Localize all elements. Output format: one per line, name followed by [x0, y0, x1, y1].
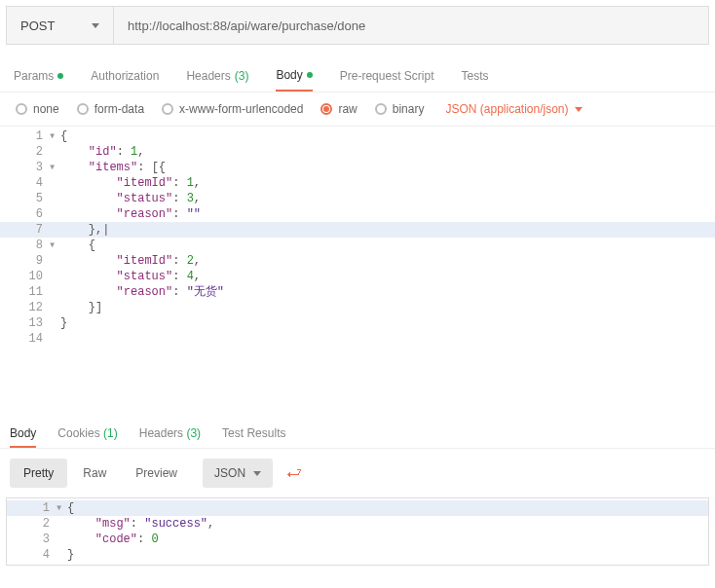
code-content: "msg": "success",	[67, 516, 708, 532]
fold-toggle-icon	[56, 516, 67, 532]
http-method-value: POST	[20, 18, 55, 33]
code-content: "items": [{	[60, 160, 715, 175]
line-number: 1	[7, 500, 56, 516]
tab-body[interactable]: Body	[276, 68, 312, 92]
url-text: http://localhost:88/api/ware/purchase/do…	[128, 18, 365, 33]
response-view-pretty[interactable]: Pretty	[10, 459, 67, 488]
body-type-none-label: none	[33, 102, 59, 116]
request-body-editor[interactable]: 1▾{2 "id": 1,3▾ "items": [{4 "itemId": 1…	[0, 127, 715, 409]
body-type-xwww-label: x-www-form-urlencoded	[179, 102, 303, 116]
response-view-preview-label: Preview	[135, 466, 177, 480]
body-type-none[interactable]: none	[16, 102, 59, 116]
fold-toggle-icon[interactable]: ▾	[49, 160, 60, 175]
tab-authorization[interactable]: Authorization	[91, 68, 159, 92]
response-tab-headers[interactable]: Headers (3)	[139, 426, 201, 448]
body-type-options: none form-data x-www-form-urlencoded raw…	[0, 92, 715, 127]
request-tabs: Params Authorization Headers (3) Body Pr…	[0, 45, 715, 92]
response-body-editor[interactable]: 1▾{2 "msg": "success",3 "code": 04}	[6, 497, 709, 566]
code-content: }]	[60, 300, 715, 315]
body-type-raw-label: raw	[338, 102, 357, 116]
code-content	[60, 331, 715, 347]
response-tab-cookies-label: Cookies	[57, 426, 99, 440]
fold-toggle-icon	[49, 175, 60, 191]
code-line: 4}	[7, 547, 708, 563]
tab-prerequest[interactable]: Pre-request Script	[340, 68, 434, 92]
code-line: 13}	[0, 315, 715, 331]
response-format-dropdown[interactable]: JSON	[203, 459, 273, 488]
line-number: 1	[0, 129, 49, 144]
response-view-pretty-label: Pretty	[23, 466, 54, 480]
tab-params[interactable]: Params	[14, 68, 63, 92]
response-tab-body[interactable]: Body	[10, 426, 36, 448]
fold-toggle-icon	[49, 331, 60, 347]
line-number: 3	[0, 160, 49, 175]
content-type-label: JSON (application/json)	[445, 102, 568, 116]
body-type-binary[interactable]: binary	[375, 102, 425, 116]
line-number: 8	[0, 238, 49, 253]
code-line: 1▾{	[0, 129, 715, 144]
url-input[interactable]: http://localhost:88/api/ware/purchase/do…	[114, 7, 708, 44]
fold-toggle-icon[interactable]: ▾	[56, 500, 67, 516]
chevron-down-icon	[253, 471, 261, 476]
fold-toggle-icon[interactable]: ▾	[49, 238, 60, 253]
response-view-preview[interactable]: Preview	[122, 459, 191, 488]
code-line: 9 "itemId": 2,	[0, 253, 715, 269]
request-url-bar: POST http://localhost:88/api/ware/purcha…	[6, 6, 709, 45]
wrap-lines-icon[interactable]: ⮐	[286, 464, 302, 482]
code-line: 3 "code": 0	[7, 532, 708, 547]
code-line: 8▾ {	[0, 238, 715, 253]
code-line: 1▾{	[7, 500, 708, 516]
code-content: {	[60, 238, 715, 253]
line-number: 2	[0, 144, 49, 160]
line-number: 3	[7, 532, 56, 547]
line-number: 12	[0, 300, 49, 315]
body-indicator-dot	[307, 72, 313, 78]
fold-toggle-icon	[49, 315, 60, 331]
response-tab-tests-label: Test Results	[222, 426, 285, 440]
radio-icon	[16, 103, 27, 115]
fold-toggle-icon	[49, 191, 60, 206]
response-tabs: Body Cookies (1) Headers (3) Test Result…	[0, 409, 715, 449]
code-line: 2 "msg": "success",	[7, 516, 708, 532]
body-type-xwww[interactable]: x-www-form-urlencoded	[162, 102, 303, 116]
body-type-raw[interactable]: raw	[320, 102, 357, 116]
content-type-dropdown[interactable]: JSON (application/json)	[445, 102, 582, 116]
chevron-down-icon	[575, 107, 583, 112]
response-tab-body-label: Body	[10, 426, 36, 440]
line-number: 13	[0, 315, 49, 331]
code-line: 4 "itemId": 1,	[0, 175, 715, 191]
fold-toggle-icon	[49, 222, 60, 238]
fold-toggle-icon	[56, 547, 67, 563]
tab-tests-label: Tests	[461, 69, 488, 83]
line-number: 4	[7, 547, 56, 563]
response-view-raw-label: Raw	[83, 466, 106, 480]
tab-params-label: Params	[14, 69, 54, 83]
line-number: 7	[0, 222, 49, 238]
response-toolbar: Pretty Raw Preview JSON ⮐	[0, 449, 715, 497]
params-indicator-dot	[57, 73, 63, 79]
http-method-dropdown[interactable]: POST	[7, 7, 114, 44]
fold-toggle-icon[interactable]: ▾	[49, 129, 60, 144]
code-content: }	[60, 315, 715, 331]
response-tab-cookies[interactable]: Cookies (1)	[57, 426, 117, 448]
body-type-formdata[interactable]: form-data	[77, 102, 144, 116]
tab-tests[interactable]: Tests	[461, 68, 488, 92]
response-view-raw[interactable]: Raw	[69, 459, 120, 488]
fold-toggle-icon	[49, 284, 60, 300]
code-content: }	[67, 547, 708, 563]
code-content: "itemId": 2,	[60, 253, 715, 269]
response-tab-headers-label: Headers	[139, 426, 183, 440]
line-number: 9	[0, 253, 49, 269]
code-content: "reason": ""	[60, 206, 715, 222]
code-content: {	[67, 500, 708, 516]
fold-toggle-icon	[49, 253, 60, 269]
line-number: 4	[0, 175, 49, 191]
response-tab-tests[interactable]: Test Results	[222, 426, 285, 448]
code-line: 14	[0, 331, 715, 347]
fold-toggle-icon	[56, 532, 67, 547]
code-line: 2 "id": 1,	[0, 144, 715, 160]
headers-count: (3)	[235, 69, 249, 83]
fold-toggle-icon	[49, 206, 60, 222]
tab-headers[interactable]: Headers (3)	[186, 68, 248, 92]
code-line: 10 "status": 4,	[0, 269, 715, 284]
